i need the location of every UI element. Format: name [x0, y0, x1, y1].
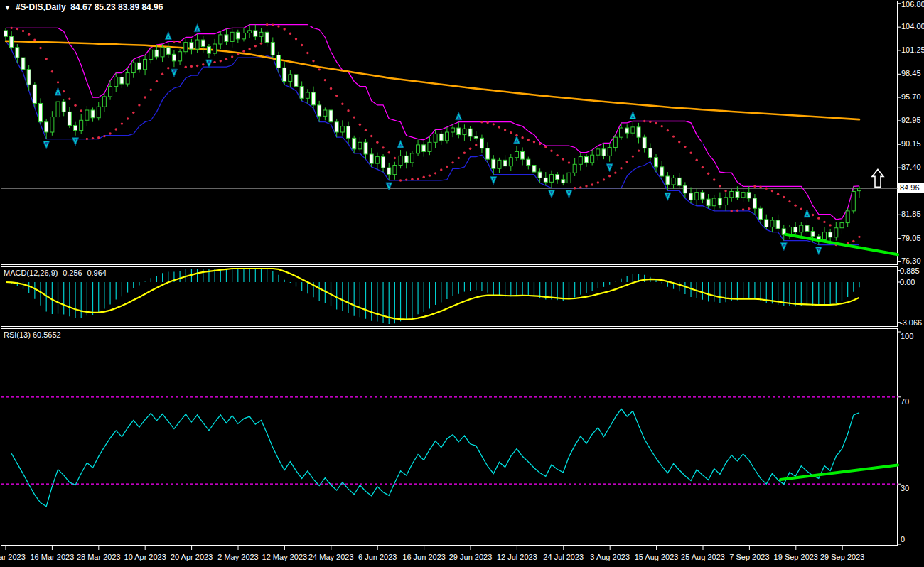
date-axis-label: 28 Mar 2023: [74, 553, 124, 561]
price-axis-label: 84.65: [901, 186, 921, 195]
date-axis-label: 24 Jul 2023: [539, 553, 589, 561]
price-axis-label: 98.45: [901, 69, 921, 78]
date-axis-label: 10 Apr 2023: [120, 553, 170, 561]
date-axis-label: 29 Sep 2023: [817, 553, 867, 561]
title-ohlc-values: 84.67 85.23 83.89 84.96: [70, 2, 163, 12]
date-axis-label: 6 Jun 2023: [353, 553, 402, 561]
price-axis-label: 92.95: [901, 116, 921, 125]
up-arrow-marker[interactable]: [872, 169, 883, 187]
date-axis-label: 24 May 2023: [306, 553, 356, 561]
date-axis-label: 19 Sep 2023: [771, 553, 821, 561]
chart-canvas[interactable]: [0, 0, 924, 567]
date-axis-label: 25 Aug 2023: [678, 553, 728, 561]
rsi-axis-label: 70: [901, 397, 909, 406]
price-trendline[interactable]: [785, 234, 898, 255]
rsi-indicator-label: RSI(13) 60.5652: [4, 330, 61, 339]
rsi-axis-label: 100: [901, 332, 913, 341]
price-axis-label: 101.25: [901, 45, 924, 55]
price-axis-label: 104.00: [901, 22, 924, 31]
ma200-line: [6, 41, 859, 119]
fractals-label: Fractals: [183, 112, 221, 124]
chart-window: ▼#S-DIS,Daily 84.67 85.23 83.89 84.96 Do…: [0, 0, 924, 567]
symbol-dropdown-icon[interactable]: ▼: [4, 4, 11, 11]
rsi-axis-label: 30: [901, 484, 909, 493]
candles-series: [4, 25, 861, 245]
macd-axis-label: 0.00: [900, 278, 915, 287]
symbol-name: #S-DIS,Daily: [16, 2, 66, 12]
price-axis-label: 106.80: [901, 0, 924, 9]
macd-indicator-label: MACD(12,26,9) -0.256 -0.964: [4, 269, 107, 277]
price-axis-label: 87.40: [901, 163, 921, 172]
date-axis-label: 15 Aug 2023: [632, 553, 682, 561]
date-axis-label: 3 Aug 2023: [585, 553, 635, 561]
date-axis-label: 12 May 2023: [259, 553, 309, 561]
rsi-axis-label: 0: [901, 535, 905, 544]
date-axis-label: 16 Mar 2023: [27, 553, 77, 561]
parabolic-sar-label: Parabolic SAR(0.02,0.2): [691, 136, 806, 148]
macd-axis-label: -3.066: [900, 318, 922, 328]
price-axis-label: 76.30: [901, 256, 921, 266]
macd-histogram: [6, 269, 859, 324]
date-axis-label: 12 Jul 2023: [492, 553, 542, 561]
ma200-label: MA(200): [793, 90, 849, 106]
date-axis-label: 16 Jun 2023: [399, 553, 449, 561]
price-axis-label: 90.15: [901, 139, 921, 148]
date-axis-label: 20 Apr 2023: [167, 553, 217, 561]
macd-axis-label: 0.885: [900, 266, 920, 276]
date-axis-label: 6 Mar 2023: [0, 553, 31, 561]
rsi-line: [11, 409, 859, 506]
date-axis-label: 2 May 2023: [213, 553, 263, 561]
donchian-channel-label: Donchian Channel(10): [307, 16, 414, 28]
date-axis-label: 29 Jun 2023: [446, 553, 495, 561]
price-axis-label: 95.70: [901, 92, 921, 102]
price-axis-label: 79.05: [901, 234, 921, 243]
price-axis-label: 81.85: [901, 210, 921, 219]
date-axis-label: 7 Sep 2023: [724, 553, 774, 561]
symbol-title[interactable]: ▼#S-DIS,Daily 84.67 85.23 83.89 84.96: [4, 2, 163, 12]
